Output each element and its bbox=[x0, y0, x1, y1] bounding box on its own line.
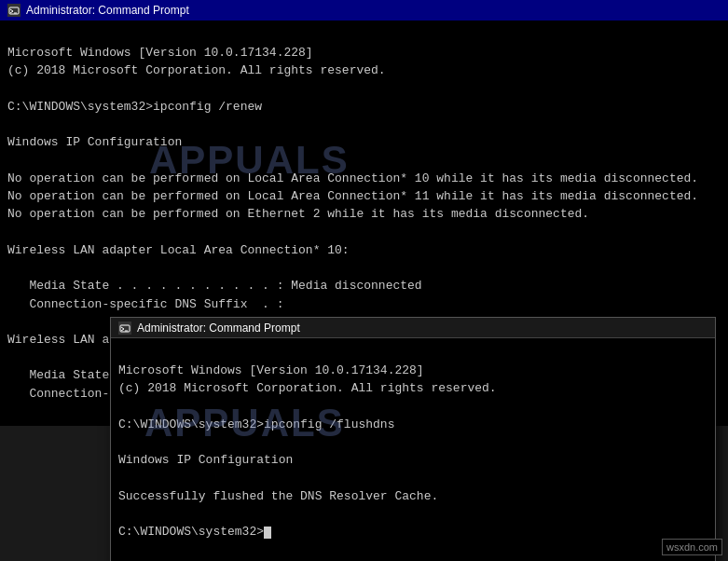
site-watermark: wsxdn.com bbox=[662, 539, 722, 555]
cursor-blink bbox=[264, 527, 271, 539]
overlay-title-text: Administrator: Command Prompt bbox=[137, 322, 300, 335]
cmd-icon bbox=[7, 4, 21, 17]
overlay-content: Microsoft Windows [Version 10.0.17134.22… bbox=[111, 338, 715, 561]
main-title-text: Administrator: Command Prompt bbox=[26, 4, 189, 17]
overlay-cmd-window: Administrator: Command Prompt Microsoft … bbox=[110, 317, 716, 561]
overlay-line-1: Microsoft Windows [Version 10.0.17134.22… bbox=[118, 363, 497, 539]
main-title-bar: Administrator: Command Prompt bbox=[0, 0, 728, 21]
overlay-title-bar: Administrator: Command Prompt bbox=[111, 318, 715, 338]
overlay-cmd-icon bbox=[118, 322, 131, 335]
